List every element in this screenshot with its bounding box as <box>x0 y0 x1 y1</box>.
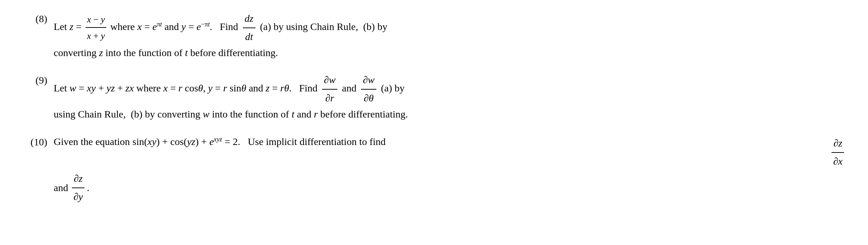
frac-partial-w-partial-r: ∂w ∂r <box>322 72 337 106</box>
problem-8-number: (8) <box>21 11 54 26</box>
problem-8: (8) Let z = x − y x + y where x = eπt an… <box>21 11 847 61</box>
problem-9-line1: Let w = xy + yz + zx where x = r cosθ, y… <box>54 72 847 106</box>
problem-10-period: . <box>87 180 89 196</box>
problem-9-content: Let w = xy + yz + zx where x = r cosθ, y… <box>54 72 847 122</box>
problem-9: (9) Let w = xy + yz + zx where x = r cos… <box>21 72 847 122</box>
problem-10-line1-text: Given the equation sin(xy) + cos(yz) + e… <box>54 134 386 150</box>
frac-x-minus-y-over-x-plus-y: x − y x + y <box>86 12 106 43</box>
problem-10-number: (10) <box>21 134 54 150</box>
problem-10: (10) Given the equation sin(xy) + cos(yz… <box>21 134 847 205</box>
problem-9-line2: using Chain Rule, (b) by converting w in… <box>54 106 847 122</box>
frac-partial-z-partial-y: ∂z ∂y <box>72 171 84 205</box>
problem-10-line1-row: Given the equation sin(xy) + cos(yz) + e… <box>54 134 847 170</box>
frac-partial-z-partial-x-right: ∂z ∂x <box>829 134 847 170</box>
frac-dz-dt: dz dt <box>243 11 255 45</box>
problem-9-number: (9) <box>21 72 54 88</box>
problem-8-line2: converting z into the function of t befo… <box>54 45 847 61</box>
problem-10-content: Given the equation sin(xy) + cos(yz) + e… <box>54 134 847 205</box>
problem-10-and-label: and <box>54 180 68 196</box>
problem-8-line1: Let z = x − y x + y where x = eπt and y … <box>54 11 847 45</box>
frac-partial-w-partial-theta: ∂w ∂θ <box>361 72 376 106</box>
problem-10-line2: and ∂z ∂y . <box>54 171 847 205</box>
problem-8-content: Let z = x − y x + y where x = eπt and y … <box>54 11 847 61</box>
